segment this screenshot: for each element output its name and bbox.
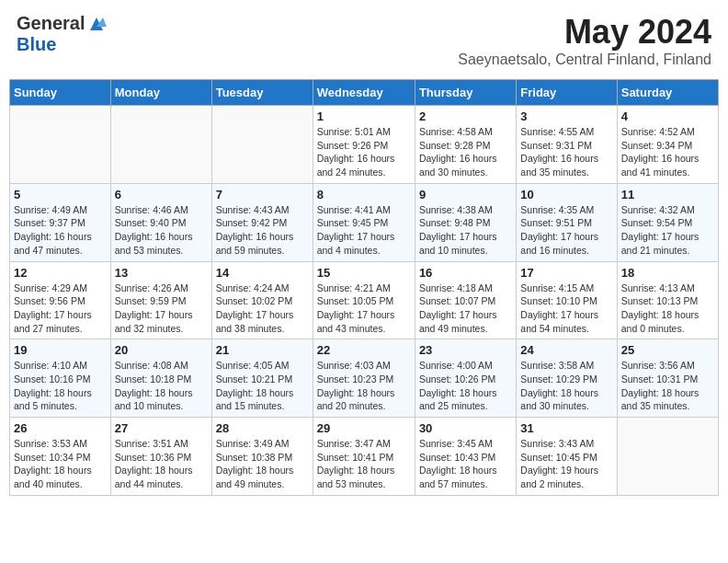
calendar-cell: 26Sunrise: 3:53 AM Sunset: 10:34 PM Dayl… xyxy=(10,418,111,496)
title-area: May 2024 Saeynaetsalo, Central Finland, … xyxy=(458,13,711,68)
day-info: Sunrise: 4:08 AM Sunset: 10:18 PM Daylig… xyxy=(115,359,208,413)
week-row-2: 5Sunrise: 4:49 AM Sunset: 9:37 PM Daylig… xyxy=(10,183,719,261)
calendar-cell: 28Sunrise: 3:49 AM Sunset: 10:38 PM Dayl… xyxy=(211,418,313,496)
day-header-friday: Friday xyxy=(517,80,617,106)
calendar-cell xyxy=(10,106,111,184)
month-year-title: May 2024 xyxy=(458,13,711,52)
day-number: 12 xyxy=(14,266,107,280)
day-number: 18 xyxy=(621,266,714,280)
day-info: Sunrise: 4:55 AM Sunset: 9:31 PM Dayligh… xyxy=(520,125,612,179)
day-info: Sunrise: 4:29 AM Sunset: 9:56 PM Dayligh… xyxy=(14,282,107,336)
day-info: Sunrise: 3:51 AM Sunset: 10:36 PM Daylig… xyxy=(115,437,208,491)
day-header-tuesday: Tuesday xyxy=(211,80,313,106)
day-info: Sunrise: 4:38 AM Sunset: 9:48 PM Dayligh… xyxy=(419,203,512,258)
week-row-4: 19Sunrise: 4:10 AM Sunset: 10:16 PM Dayl… xyxy=(10,339,719,418)
logo-general-text: General xyxy=(17,13,85,34)
day-info: Sunrise: 3:49 AM Sunset: 10:38 PM Daylig… xyxy=(216,437,309,491)
day-info: Sunrise: 4:46 AM Sunset: 9:40 PM Dayligh… xyxy=(115,203,208,258)
calendar-cell: 5Sunrise: 4:49 AM Sunset: 9:37 PM Daylig… xyxy=(10,183,111,261)
day-info: Sunrise: 3:56 AM Sunset: 10:31 PM Daylig… xyxy=(621,359,714,413)
calendar-cell: 19Sunrise: 4:10 AM Sunset: 10:16 PM Dayl… xyxy=(10,339,111,418)
day-number: 22 xyxy=(317,343,411,357)
day-info: Sunrise: 3:58 AM Sunset: 10:29 PM Daylig… xyxy=(520,359,612,413)
calendar-cell: 10Sunrise: 4:35 AM Sunset: 9:51 PM Dayli… xyxy=(517,183,617,261)
day-info: Sunrise: 4:41 AM Sunset: 9:45 PM Dayligh… xyxy=(317,203,411,258)
calendar-cell: 23Sunrise: 4:00 AM Sunset: 10:26 PM Dayl… xyxy=(415,339,516,418)
day-number: 27 xyxy=(115,421,208,435)
day-number: 9 xyxy=(419,188,512,201)
day-number: 26 xyxy=(14,421,107,435)
logo-blue-text: Blue xyxy=(17,34,56,55)
calendar-cell: 11Sunrise: 4:32 AM Sunset: 9:54 PM Dayli… xyxy=(617,183,718,261)
calendar-cell: 2Sunrise: 4:58 AM Sunset: 9:28 PM Daylig… xyxy=(415,106,516,184)
day-header-thursday: Thursday xyxy=(415,80,516,106)
day-info: Sunrise: 3:47 AM Sunset: 10:41 PM Daylig… xyxy=(317,437,411,491)
day-number: 14 xyxy=(216,266,309,280)
week-row-1: 1Sunrise: 5:01 AM Sunset: 9:26 PM Daylig… xyxy=(10,106,719,184)
day-number: 8 xyxy=(317,188,411,201)
day-info: Sunrise: 4:32 AM Sunset: 9:54 PM Dayligh… xyxy=(621,203,714,258)
calendar-cell: 15Sunrise: 4:21 AM Sunset: 10:05 PM Dayl… xyxy=(313,261,415,339)
day-number: 25 xyxy=(621,343,714,357)
day-number: 5 xyxy=(14,188,107,201)
calendar-cell: 12Sunrise: 4:29 AM Sunset: 9:56 PM Dayli… xyxy=(10,261,111,339)
day-number: 28 xyxy=(216,421,309,435)
calendar-cell: 20Sunrise: 4:08 AM Sunset: 10:18 PM Dayl… xyxy=(110,339,211,418)
calendar-cell: 24Sunrise: 3:58 AM Sunset: 10:29 PM Dayl… xyxy=(517,339,617,418)
calendar-cell: 6Sunrise: 4:46 AM Sunset: 9:40 PM Daylig… xyxy=(110,183,211,261)
day-info: Sunrise: 4:18 AM Sunset: 10:07 PM Daylig… xyxy=(419,282,512,336)
day-info: Sunrise: 3:43 AM Sunset: 10:45 PM Daylig… xyxy=(520,437,612,491)
day-info: Sunrise: 4:05 AM Sunset: 10:21 PM Daylig… xyxy=(216,359,309,413)
calendar-cell: 8Sunrise: 4:41 AM Sunset: 9:45 PM Daylig… xyxy=(313,183,415,261)
day-number: 6 xyxy=(115,188,208,201)
day-number: 13 xyxy=(115,266,208,280)
calendar-cell: 7Sunrise: 4:43 AM Sunset: 9:42 PM Daylig… xyxy=(211,183,313,261)
day-number: 17 xyxy=(520,266,612,280)
day-info: Sunrise: 4:58 AM Sunset: 9:28 PM Dayligh… xyxy=(419,125,512,179)
day-number: 10 xyxy=(520,188,612,201)
calendar-cell: 30Sunrise: 3:45 AM Sunset: 10:43 PM Dayl… xyxy=(415,418,516,496)
day-number: 16 xyxy=(419,266,512,280)
day-header-sunday: Sunday xyxy=(10,80,111,106)
day-number: 29 xyxy=(317,421,411,435)
day-info: Sunrise: 4:03 AM Sunset: 10:23 PM Daylig… xyxy=(317,359,411,413)
calendar-cell: 13Sunrise: 4:26 AM Sunset: 9:59 PM Dayli… xyxy=(110,261,211,339)
day-info: Sunrise: 4:13 AM Sunset: 10:13 PM Daylig… xyxy=(621,282,714,336)
day-info: Sunrise: 3:45 AM Sunset: 10:43 PM Daylig… xyxy=(419,437,512,491)
day-info: Sunrise: 4:49 AM Sunset: 9:37 PM Dayligh… xyxy=(14,203,107,258)
day-number: 21 xyxy=(216,343,309,357)
day-number: 4 xyxy=(621,109,714,123)
calendar-cell xyxy=(211,106,313,184)
day-info: Sunrise: 4:43 AM Sunset: 9:42 PM Dayligh… xyxy=(216,203,309,258)
day-info: Sunrise: 5:01 AM Sunset: 9:26 PM Dayligh… xyxy=(317,125,411,179)
calendar-cell xyxy=(110,106,211,184)
calendar-cell: 29Sunrise: 3:47 AM Sunset: 10:41 PM Dayl… xyxy=(313,418,415,496)
day-number: 31 xyxy=(520,421,612,435)
day-header-saturday: Saturday xyxy=(617,80,718,106)
day-number: 24 xyxy=(520,343,612,357)
day-number: 23 xyxy=(419,343,512,357)
header: General Blue May 2024 Saeynaetsalo, Cent… xyxy=(9,9,719,72)
day-number: 20 xyxy=(115,343,208,357)
day-info: Sunrise: 4:00 AM Sunset: 10:26 PM Daylig… xyxy=(419,359,512,413)
day-number: 19 xyxy=(14,343,107,357)
calendar-cell xyxy=(617,418,718,496)
calendar-cell: 21Sunrise: 4:05 AM Sunset: 10:21 PM Dayl… xyxy=(211,339,313,418)
calendar-cell: 18Sunrise: 4:13 AM Sunset: 10:13 PM Dayl… xyxy=(617,261,718,339)
day-info: Sunrise: 4:35 AM Sunset: 9:51 PM Dayligh… xyxy=(520,203,612,258)
calendar-cell: 22Sunrise: 4:03 AM Sunset: 10:23 PM Dayl… xyxy=(313,339,415,418)
day-info: Sunrise: 3:53 AM Sunset: 10:34 PM Daylig… xyxy=(14,437,107,491)
calendar-cell: 25Sunrise: 3:56 AM Sunset: 10:31 PM Dayl… xyxy=(617,339,718,418)
day-header-monday: Monday xyxy=(110,80,211,106)
day-info: Sunrise: 4:52 AM Sunset: 9:34 PM Dayligh… xyxy=(621,125,714,179)
logo-icon xyxy=(86,14,107,34)
calendar-cell: 27Sunrise: 3:51 AM Sunset: 10:36 PM Dayl… xyxy=(110,418,211,496)
location-subtitle: Saeynaetsalo, Central Finland, Finland xyxy=(458,52,711,68)
day-info: Sunrise: 4:15 AM Sunset: 10:10 PM Daylig… xyxy=(520,282,612,336)
day-info: Sunrise: 4:26 AM Sunset: 9:59 PM Dayligh… xyxy=(115,282,208,336)
calendar-cell: 17Sunrise: 4:15 AM Sunset: 10:10 PM Dayl… xyxy=(517,261,617,339)
day-number: 30 xyxy=(419,421,512,435)
day-number: 3 xyxy=(520,109,612,123)
calendar-cell: 3Sunrise: 4:55 AM Sunset: 9:31 PM Daylig… xyxy=(517,106,617,184)
day-header-wednesday: Wednesday xyxy=(313,80,415,106)
